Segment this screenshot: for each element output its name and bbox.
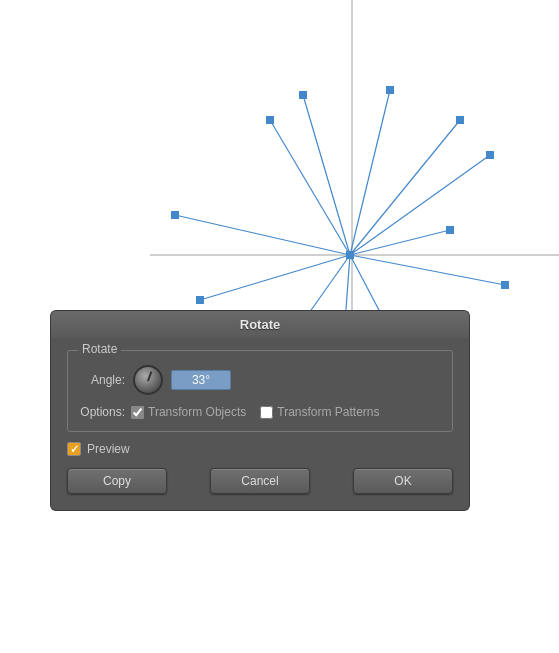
dialog-body: Rotate Angle: Options: Transform Objects xyxy=(50,338,470,511)
copy-button[interactable]: Copy xyxy=(67,468,167,494)
dialog-title: Rotate xyxy=(240,317,280,332)
section-label: Rotate xyxy=(78,342,121,356)
angle-input[interactable] xyxy=(171,370,231,390)
rotate-section: Rotate Angle: Options: Transform Objects xyxy=(67,350,453,432)
dialog-wrapper: Rotate Rotate Angle: Options: Transform … xyxy=(50,310,470,511)
angle-dial[interactable] xyxy=(133,365,163,395)
transform-objects-checkbox[interactable] xyxy=(131,406,144,419)
options-row: Options: Transform Objects Transform Pat… xyxy=(80,405,440,419)
preview-row: ✓ Preview xyxy=(67,442,453,456)
preview-label: Preview xyxy=(87,442,130,456)
canvas-area xyxy=(0,0,559,340)
ok-button[interactable]: OK xyxy=(353,468,453,494)
cancel-button[interactable]: Cancel xyxy=(210,468,310,494)
angle-row: Angle: xyxy=(80,365,440,395)
preview-checkbox-item[interactable]: ✓ Preview xyxy=(67,442,130,456)
preview-checkmark: ✓ xyxy=(70,444,79,455)
transform-objects-label[interactable]: Transform Objects xyxy=(148,405,246,419)
angle-label: Angle: xyxy=(80,373,125,387)
transform-patterns-checkbox[interactable] xyxy=(260,406,273,419)
dial-indicator xyxy=(147,371,152,381)
button-row: Copy Cancel OK xyxy=(67,468,453,494)
preview-checkbox-box[interactable]: ✓ xyxy=(67,442,81,456)
options-label: Options: xyxy=(80,405,125,419)
lines-canvas xyxy=(0,0,559,340)
dialog-titlebar: Rotate xyxy=(50,310,470,338)
transform-patterns-label[interactable]: Transform Patterns xyxy=(277,405,379,419)
transform-patterns-checkbox-item: Transform Patterns xyxy=(260,405,379,419)
transform-objects-checkbox-item: Transform Objects xyxy=(131,405,246,419)
